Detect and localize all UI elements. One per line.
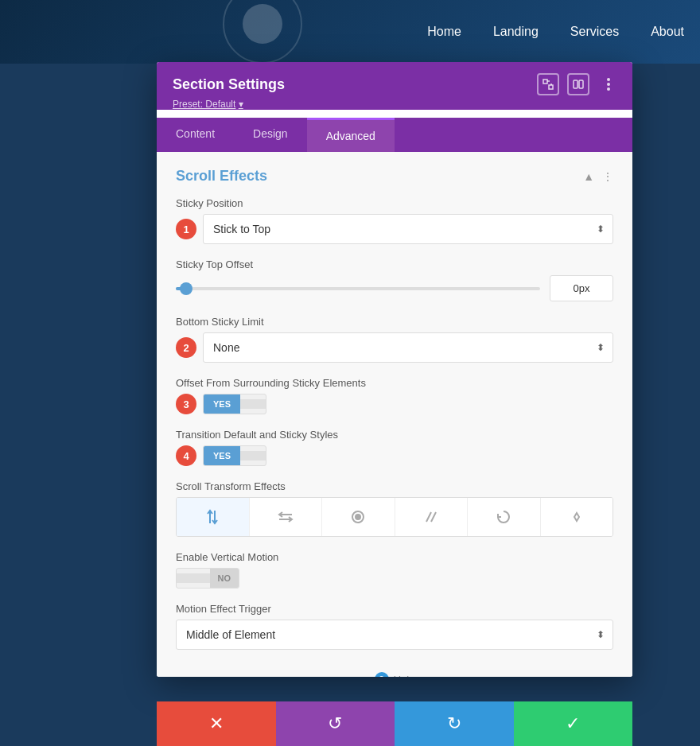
slider-track[interactable] [176, 287, 540, 290]
help-bar: ? Help [176, 664, 613, 677]
toggle-no-3[interactable] [240, 399, 266, 409]
bottom-sticky-limit-numbered: 2 None Top of Page Bottom of Page ⬍ [176, 332, 613, 363]
toggle-yes-4[interactable]: YES [204, 446, 240, 465]
motion-effect-trigger-label: Motion Effect Trigger [176, 603, 613, 615]
svg-line-12 [426, 512, 431, 522]
tab-advanced[interactable]: Advanced [307, 118, 395, 152]
transition-default-toggle[interactable]: YES [203, 445, 266, 466]
transition-default-row: Transition Default and Sticky Styles 4 Y… [176, 429, 613, 466]
toggle-no-text[interactable]: NO [210, 569, 239, 588]
badge-1: 1 [176, 219, 196, 239]
cancel-button[interactable]: ✕ [157, 701, 276, 746]
bottom-sticky-limit-label: Bottom Sticky Limit [176, 316, 613, 328]
nav-landing[interactable]: Landing [477, 17, 554, 47]
panel-header-icons [537, 73, 620, 95]
badge-3: 3 [176, 394, 196, 414]
tab-design[interactable]: Design [234, 118, 307, 152]
sticky-top-offset-label: Sticky Top Offset [176, 258, 613, 270]
svg-rect-1 [549, 85, 553, 89]
settings-panel: Section Settings [157, 62, 632, 677]
toggle-no-label[interactable] [177, 573, 210, 583]
help-label[interactable]: Help [394, 674, 415, 678]
sticky-position-row: Sticky Position 1 None Stick to Top Stic… [176, 197, 613, 244]
toggle-no-4[interactable] [240, 451, 266, 460]
offset-surrounding-row: Offset From Surrounding Sticky Elements … [176, 377, 613, 414]
transform-icon-rotate[interactable] [468, 498, 541, 536]
sticky-position-numbered: 1 None Stick to Top Stick to Bottom ⬍ [176, 214, 613, 244]
bottom-sticky-limit-row: Bottom Sticky Limit 2 None Top of Page B… [176, 316, 613, 363]
transition-default-label: Transition Default and Sticky Styles [176, 429, 613, 441]
section-more-icon[interactable]: ⋮ [602, 170, 613, 183]
transform-icon-fade[interactable] [322, 498, 395, 536]
reset-button[interactable]: ↺ [276, 701, 395, 746]
nav-about[interactable]: About [635, 17, 700, 47]
svg-rect-4 [574, 80, 578, 88]
bottom-sticky-limit-select[interactable]: None Top of Page Bottom of Page [204, 333, 612, 362]
panel-title: Section Settings [173, 76, 285, 93]
bottom-sticky-limit-select-wrapper: None Top of Page Bottom of Page ⬍ [203, 332, 613, 363]
redo-icon: ↻ [447, 713, 461, 734]
panel-header: Section Settings [157, 62, 632, 110]
toggle-yes-3[interactable]: YES [204, 394, 240, 414]
action-bar: ✕ ↺ ↻ ✓ [157, 701, 632, 746]
save-icon: ✓ [566, 713, 580, 734]
reset-icon: ↺ [328, 713, 342, 734]
fullscreen-icon[interactable] [537, 73, 559, 95]
transform-icon-horizontal[interactable] [250, 498, 323, 536]
panel-tabs: Content Design Advanced [157, 118, 632, 152]
svg-line-13 [431, 512, 436, 522]
badge-4: 4 [176, 445, 196, 466]
transform-icon-vertical[interactable] [177, 498, 250, 536]
sticky-position-select-wrapper: None Stick to Top Stick to Bottom ⬍ [203, 214, 613, 244]
sticky-position-select[interactable]: None Stick to Top Stick to Bottom [204, 215, 612, 243]
sticky-position-label: Sticky Position [176, 197, 613, 209]
save-button[interactable]: ✓ [514, 701, 633, 746]
scroll-transform-row: Scroll Transform Effects [176, 480, 613, 537]
sticky-top-offset-slider-row: 0px [176, 275, 613, 301]
columns-icon[interactable] [567, 73, 589, 95]
scroll-transform-label: Scroll Transform Effects [176, 480, 613, 492]
enable-vertical-motion-label: Enable Vertical Motion [176, 551, 613, 563]
more-options-icon[interactable] [597, 73, 620, 95]
badge-2: 2 [176, 337, 196, 358]
help-icon: ? [375, 672, 389, 677]
offset-surrounding-label: Offset From Surrounding Sticky Elements [176, 377, 613, 389]
transition-default-numbered: 4 YES [176, 445, 613, 466]
section-controls: ▲ ⋮ [583, 170, 613, 183]
top-navigation: Home Landing Services About [0, 0, 700, 64]
svg-point-11 [356, 515, 360, 519]
circle-fill [243, 4, 282, 44]
nav-services[interactable]: Services [554, 17, 635, 47]
motion-effect-trigger-select-wrapper: Top of Element Middle of Element Bottom … [176, 620, 613, 650]
slider-thumb[interactable] [180, 282, 192, 295]
scroll-effects-title: Scroll Effects [176, 168, 267, 185]
motion-effect-trigger-select[interactable]: Top of Element Middle of Element Bottom … [177, 620, 612, 649]
collapse-icon[interactable]: ▲ [583, 170, 594, 183]
nav-links: Home Landing Services About [411, 17, 700, 47]
redo-button[interactable]: ↻ [395, 701, 514, 746]
offset-surrounding-toggle[interactable]: YES [203, 394, 266, 414]
panel-body: Scroll Effects ▲ ⋮ Sticky Position 1 Non… [157, 152, 632, 677]
panel-header-top: Section Settings [173, 73, 620, 95]
enable-vertical-motion-row: Enable Vertical Motion NO [176, 551, 613, 589]
svg-rect-0 [543, 80, 547, 84]
transform-icon-scale[interactable] [541, 498, 613, 536]
slider-value: 0px [550, 275, 613, 301]
enable-vertical-motion-toggle[interactable]: NO [176, 568, 239, 589]
tab-content[interactable]: Content [157, 118, 234, 152]
sticky-top-offset-row: Sticky Top Offset 0px [176, 258, 613, 301]
transform-icons [176, 497, 613, 537]
motion-effect-trigger-row: Motion Effect Trigger Top of Element Mid… [176, 603, 613, 650]
offset-surrounding-numbered: 3 YES [176, 394, 613, 414]
svg-rect-5 [579, 80, 583, 88]
cancel-icon: ✕ [209, 713, 224, 734]
preset-label[interactable]: Preset: Default ▾ [173, 99, 620, 110]
nav-home[interactable]: Home [411, 17, 477, 47]
section-heading: Scroll Effects ▲ ⋮ [176, 168, 613, 185]
transform-icon-skew[interactable] [395, 498, 469, 536]
